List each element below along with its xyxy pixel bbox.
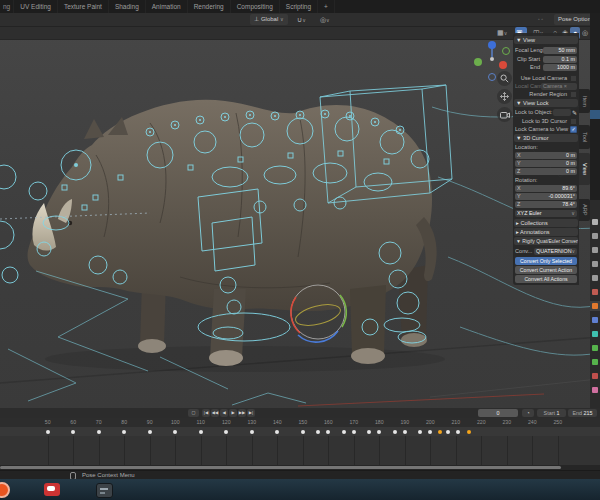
- workspace-tab-compositing[interactable]: Compositing: [231, 0, 280, 13]
- keyframe-60[interactable]: [71, 430, 75, 434]
- keyframe-176[interactable]: [367, 430, 371, 434]
- keyframe-150[interactable]: [301, 430, 305, 434]
- frame-start-field[interactable]: Start 1: [537, 409, 566, 417]
- lock-object-field[interactable]: [553, 109, 571, 116]
- transform-orientation-dropdown[interactable]: ⊥ Global ∨: [250, 14, 288, 25]
- keyframe-204[interactable]: [438, 430, 442, 434]
- properties-tab-world-icon[interactable]: [592, 289, 598, 295]
- loc-y-field[interactable]: Y0 m: [515, 160, 577, 167]
- rot-y-field[interactable]: Y-0.000031°: [515, 193, 577, 200]
- keyframe-160[interactable]: [326, 430, 330, 434]
- keyframe-196[interactable]: [418, 430, 422, 434]
- workspace-tab-add[interactable]: +: [318, 0, 335, 13]
- snap-magnet-icon[interactable]: ∪∨: [297, 14, 306, 25]
- workspace-tab-scripting[interactable]: Scripting: [280, 0, 318, 13]
- eyedropper-icon[interactable]: ✎: [571, 109, 577, 116]
- panel-header-view[interactable]: ▼ View: [514, 36, 578, 44]
- keyframe-120[interactable]: [224, 430, 228, 434]
- properties-tab-output-icon[interactable]: [592, 247, 598, 253]
- convert-all-actions-button[interactable]: Convert All Actions: [515, 275, 577, 283]
- proportional-editing-icon[interactable]: ◎∨: [320, 14, 330, 25]
- workspace-tab-animation[interactable]: Animation: [146, 0, 188, 13]
- gizmo-dropdown-icon[interactable]: ▦∨: [497, 27, 507, 38]
- zoom-button[interactable]: [497, 71, 512, 86]
- sidebar-tab-view[interactable]: View: [579, 153, 590, 185]
- scene-canvas[interactable]: [0, 27, 600, 408]
- properties-tab-view-layer-icon[interactable]: [592, 261, 598, 267]
- timeline-keyframe-channel[interactable]: [0, 427, 600, 436]
- keyframe-200[interactable]: [428, 430, 432, 434]
- panel-header-view-lock[interactable]: ▼ View Lock: [514, 99, 578, 107]
- keyframe-207[interactable]: [446, 430, 450, 434]
- keyframe-90[interactable]: [148, 430, 152, 434]
- keyframe-140[interactable]: [275, 430, 279, 434]
- rhino-model[interactable]: [28, 100, 437, 366]
- auto-sync-button[interactable]: ▢: [188, 409, 199, 417]
- keyframe-170[interactable]: [352, 430, 356, 434]
- loc-x-field[interactable]: X0 m: [515, 152, 577, 159]
- timeline-ruler[interactable]: 5060708090100110120130140150160170180190…: [0, 418, 600, 427]
- keyframe-100[interactable]: [173, 430, 177, 434]
- convert-only-selected-button[interactable]: Convert Only Selected: [515, 257, 577, 265]
- properties-tab-constraints-icon[interactable]: [592, 359, 598, 365]
- workspace-tab-texture-paint[interactable]: Texture Paint: [58, 0, 109, 13]
- properties-tab-render-icon[interactable]: [592, 233, 598, 239]
- keyframe-166[interactable]: [342, 430, 346, 434]
- ubuntu-launcher-icon[interactable]: [0, 482, 10, 498]
- frame-end-field[interactable]: End 215: [568, 409, 597, 417]
- keyframe-215[interactable]: [467, 430, 471, 434]
- quat-euler-mode-dropdown[interactable]: QUATERNION∨: [534, 248, 577, 255]
- playback-jump-to-end-button[interactable]: ▶|: [247, 409, 255, 417]
- move-view-button[interactable]: [497, 89, 512, 104]
- properties-tab-active-tool-icon[interactable]: [592, 219, 598, 225]
- current-frame-field[interactable]: 0: [478, 409, 518, 417]
- playback-jump-to-start-button[interactable]: |◀: [202, 409, 210, 417]
- clock-icon[interactable]: ◔: [522, 409, 534, 417]
- lock-camera-to-view-checkbox[interactable]: ✓: [570, 126, 577, 133]
- camera-view-button[interactable]: [497, 107, 512, 122]
- properties-tab-physics-icon[interactable]: [592, 345, 598, 351]
- workspace-tab-shading[interactable]: Shading: [109, 0, 146, 13]
- loc-z-field[interactable]: Z0 m: [515, 168, 577, 175]
- lock-3d-cursor-checkbox[interactable]: [570, 118, 577, 125]
- keyframe-156[interactable]: [316, 430, 320, 434]
- local-camera-field[interactable]: Camera ×: [541, 83, 577, 90]
- timeline-scrollbar[interactable]: [0, 466, 561, 469]
- properties-tab-particles-icon[interactable]: [592, 331, 598, 337]
- properties-tab-scene-icon[interactable]: [592, 275, 598, 281]
- panel-header-collections[interactable]: ▸ Collections: [514, 219, 578, 227]
- keyframe-50[interactable]: [46, 430, 50, 434]
- render-region-checkbox[interactable]: [570, 91, 577, 98]
- keyframe-180[interactable]: [377, 430, 381, 434]
- viewport-3d[interactable]: ▦∨ ▣∨ ◫∨ ○◉●◎ ∨: [0, 27, 600, 408]
- euler-order-dropdown[interactable]: XYZ Euler∨: [515, 210, 577, 217]
- playback-prev-keyframe-button[interactable]: ◀◀: [211, 409, 219, 417]
- use-local-camera-checkbox[interactable]: [570, 75, 577, 82]
- playback-play-reverse-button[interactable]: ◀: [220, 409, 228, 417]
- workspace-tab-rendering[interactable]: Rendering: [188, 0, 231, 13]
- keyframe-110[interactable]: [199, 430, 203, 434]
- sidebar-tab-tool[interactable]: Tool: [579, 125, 590, 149]
- shading-mode-3-icon[interactable]: ◎: [580, 27, 590, 39]
- focal-length-field[interactable]: 50 mm: [543, 47, 577, 54]
- playback-play-button[interactable]: ▶: [229, 409, 237, 417]
- sidebar-tab-arp[interactable]: ARP: [579, 199, 590, 221]
- properties-tab-object-data-icon[interactable]: [592, 373, 598, 379]
- properties-tab-object-icon[interactable]: [592, 303, 598, 309]
- panel-header-annotations[interactable]: ▸ Annotations: [514, 228, 578, 236]
- workspace-tab-uv-editing[interactable]: UV Editing: [14, 0, 58, 13]
- clip-start-field[interactable]: 0.1 m: [543, 56, 577, 63]
- outliner-selected-row[interactable]: [590, 110, 600, 119]
- keyframe-80[interactable]: [122, 430, 126, 434]
- keyframe-211[interactable]: [456, 430, 460, 434]
- grey-app-icon[interactable]: [96, 483, 113, 498]
- panel-header-3d-cursor[interactable]: ▼ 3D Cursor: [514, 134, 578, 142]
- workspace-tab-partial[interactable]: ng: [0, 0, 14, 13]
- properties-tab-modifiers-icon[interactable]: [592, 317, 598, 323]
- clip-end-field[interactable]: 1000 m: [543, 64, 577, 71]
- keyframe-190[interactable]: [403, 430, 407, 434]
- pivot-point-icons[interactable]: ◦ ◦: [538, 14, 543, 25]
- panel-header-rigify[interactable]: ▼ Rigify Quat/Euler Converter: [514, 237, 578, 245]
- keyframe-70[interactable]: [97, 430, 101, 434]
- sidebar-tab-item[interactable]: Item: [579, 89, 590, 113]
